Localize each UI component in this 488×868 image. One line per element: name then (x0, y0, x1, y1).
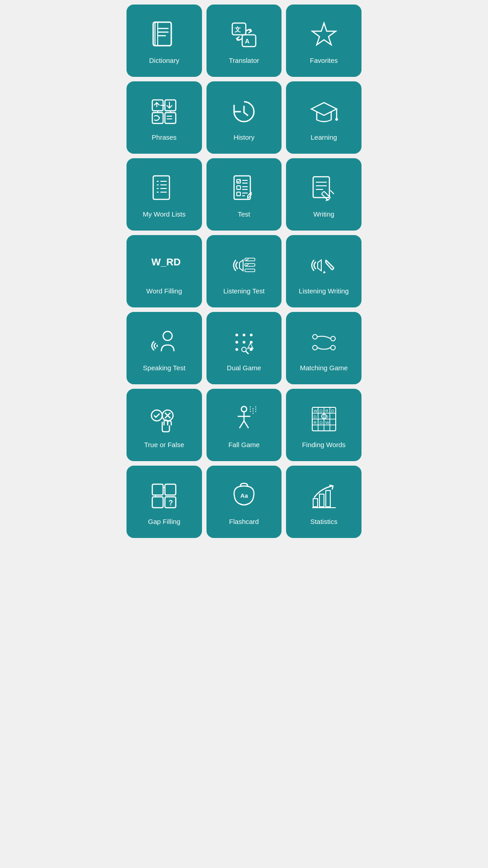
svg-point-60 (250, 334, 253, 336)
svg-rect-102 (152, 484, 163, 495)
tile-word-filling[interactable]: W_RD Word Filling (127, 235, 202, 307)
svg-rect-16 (153, 176, 169, 199)
app-grid: Dictionary 文 A Translator Favorites (122, 0, 366, 542)
tile-translator[interactable]: 文 A Translator (206, 5, 282, 77)
svg-rect-11 (165, 100, 176, 111)
translator-icon: 文 A (228, 19, 260, 51)
svg-text:D: D (331, 409, 334, 413)
svg-rect-29 (237, 186, 240, 189)
my-word-lists-label: My Word Lists (143, 210, 186, 218)
phrases-icon (148, 95, 180, 128)
matching-game-label: Matching Game (300, 364, 348, 372)
tile-phrases[interactable]: Phrases (127, 81, 202, 154)
tile-favorites[interactable]: Favorites (286, 5, 361, 77)
svg-line-44 (330, 190, 334, 194)
tile-listening-test[interactable]: Listening Test (206, 235, 282, 307)
tile-flashcard[interactable]: Aa Flashcard (206, 466, 282, 538)
tile-fall-game[interactable]: Fall Game (206, 389, 282, 461)
svg-text:?: ? (169, 499, 173, 507)
word-filling-icon: W_RD (148, 249, 180, 282)
tile-dual-game[interactable]: Dual Game (206, 312, 282, 384)
test-icon (228, 172, 260, 205)
svg-text:W: W (314, 409, 318, 413)
fall-game-label: Fall Game (228, 441, 259, 449)
dual-game-label: Dual Game (227, 364, 261, 372)
svg-point-72 (331, 345, 335, 350)
favorites-label: Favorites (310, 57, 338, 65)
tile-dictionary[interactable]: Dictionary (127, 5, 202, 77)
tile-history[interactable]: History (206, 81, 282, 154)
matching-game-icon (308, 326, 340, 359)
tile-learning[interactable]: Learning (286, 81, 361, 154)
svg-line-81 (244, 421, 249, 428)
speaking-test-icon (148, 326, 180, 359)
svg-rect-104 (152, 497, 163, 508)
speaking-test-label: Speaking Test (143, 364, 185, 372)
svg-point-69 (313, 335, 317, 339)
svg-text:Aa: Aa (240, 492, 248, 499)
svg-point-70 (313, 345, 317, 350)
statistics-icon (308, 480, 340, 512)
history-icon (228, 95, 260, 128)
tile-writing[interactable]: Writing (286, 158, 361, 231)
svg-point-65 (242, 347, 246, 352)
tile-test[interactable]: Test (206, 158, 282, 231)
svg-point-15 (335, 118, 338, 121)
listening-test-label: Listening Test (223, 287, 264, 295)
flashcard-label: Flashcard (229, 518, 259, 526)
svg-text:D: D (314, 415, 317, 419)
svg-rect-110 (326, 491, 330, 507)
dictionary-icon (148, 19, 180, 51)
svg-line-80 (239, 421, 244, 428)
listening-test-icon (228, 249, 260, 282)
svg-marker-47 (239, 260, 243, 271)
favorites-icon (308, 19, 340, 51)
tile-listening-writing[interactable]: Listening Writing (286, 235, 361, 307)
gap-filling-icon: ? (148, 480, 180, 512)
svg-text:R: R (325, 409, 328, 413)
svg-rect-103 (165, 484, 176, 495)
tile-matching-game[interactable]: Matching Game (286, 312, 361, 384)
svg-rect-13 (165, 113, 176, 123)
svg-rect-12 (152, 113, 163, 123)
tile-finding-words[interactable]: W O R D D D R O W Finding Words (286, 389, 361, 461)
fall-game-icon (228, 403, 260, 435)
tile-speaking-test[interactable]: Speaking Test (127, 312, 202, 384)
svg-text:W_RD: W_RD (151, 256, 180, 268)
svg-rect-0 (153, 22, 171, 46)
svg-text:W: W (325, 420, 329, 425)
svg-point-71 (331, 336, 335, 341)
svg-rect-50 (245, 269, 255, 272)
learning-icon (308, 95, 340, 128)
svg-marker-51 (318, 260, 321, 271)
svg-point-62 (243, 341, 245, 344)
writing-label: Writing (313, 210, 334, 218)
svg-rect-108 (313, 499, 318, 507)
svg-point-77 (241, 406, 247, 412)
svg-text:R: R (314, 420, 317, 425)
tile-gap-filling[interactable]: ? Gap Filling (127, 466, 202, 538)
finding-words-icon: W O R D D D R O W (308, 403, 340, 435)
listening-writing-icon (308, 249, 340, 282)
svg-point-64 (235, 348, 238, 351)
writing-icon (308, 172, 340, 205)
tile-my-word-lists[interactable]: My Word Lists (127, 158, 202, 231)
statistics-label: Statistics (310, 518, 338, 526)
tile-statistics[interactable]: Statistics (286, 466, 361, 538)
svg-text:文: 文 (235, 26, 241, 33)
learning-label: Learning (310, 133, 337, 142)
tile-true-or-false[interactable]: True or False (127, 389, 202, 461)
history-label: History (234, 133, 255, 142)
svg-rect-32 (237, 192, 240, 196)
phrases-label: Phrases (152, 133, 177, 142)
svg-text:D: D (325, 415, 328, 419)
svg-text:O: O (319, 409, 323, 413)
svg-marker-9 (312, 23, 336, 45)
svg-line-55 (332, 268, 334, 270)
svg-marker-56 (323, 271, 326, 274)
svg-rect-109 (319, 494, 324, 507)
svg-point-61 (235, 341, 238, 344)
finding-words-label: Finding Words (302, 441, 345, 449)
dictionary-label: Dictionary (149, 57, 179, 65)
my-word-lists-icon (148, 172, 180, 205)
